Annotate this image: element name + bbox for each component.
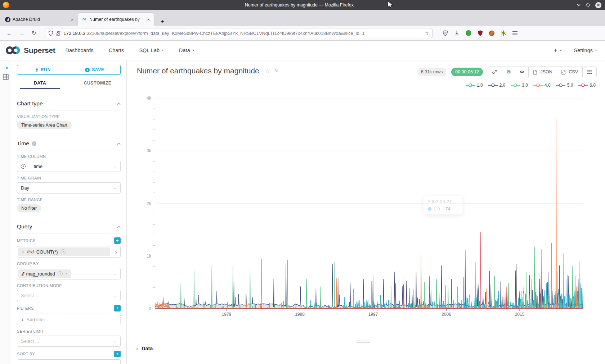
question-circle-icon: ? [58,271,63,276]
window-maximize-icon[interactable] [586,3,590,8]
window-close-icon[interactable]: ✕ [595,2,601,8]
tab-apache-druid[interactable]: d Apache Druid × [1,13,78,26]
nav-item-data[interactable]: Data [179,47,194,53]
code-icon: <> [520,69,524,74]
firefox-icon[interactable] [3,2,9,8]
envelope-icon: ✉ [506,69,511,75]
section-time[interactable]: Time i [17,140,121,150]
chart-actions-group: ✉ <> .JSON .CSV [488,67,597,77]
caret-down-icon [560,50,562,51]
series-limit-select[interactable]: Select ... ⌄ [17,336,121,347]
window-title: Numer of earthquakes by magnitude — Mozi… [245,3,354,8]
menu-icon [587,72,592,72]
contribution-mode-label: CONTRIBUTION MODE [17,283,121,288]
sort-by-select[interactable] [17,359,121,364]
cookie-extension-icon[interactable] [489,31,494,36]
bookmark-star-icon[interactable]: ☆ [425,30,429,36]
question-circle-icon: ? [60,249,66,254]
export-json-button[interactable]: .JSON [529,67,557,77]
new-tab-button[interactable]: + [158,17,167,26]
chevron-down-icon: ⌄ [113,186,117,190]
svg-text:2015: 2015 [515,312,525,317]
settings-menu[interactable]: Settings [574,47,597,53]
sort-by-label: SORT BY + [17,351,121,357]
contribution-mode-select[interactable]: Select ... ⌄ [17,290,121,301]
expand-panel-icon[interactable]: ⇥ [0,65,11,70]
email-button[interactable]: ✉ [502,67,515,77]
view-query-button[interactable]: <> [515,67,529,77]
filters-label: FILTERS + [17,305,121,311]
time-grain-select[interactable]: Day ⌄ [17,182,121,194]
section-chart-type[interactable]: Chart type [17,100,121,110]
expand-caret-icon[interactable]: › [115,249,117,255]
nav-item-charts[interactable]: Charts [109,47,124,53]
add-sort-button[interactable]: + [114,351,121,357]
window-minimize-icon[interactable] [577,4,581,6]
timeseries-area-chart[interactable]: 01k2k3k4k19791988199720062015 [127,83,605,327]
insecure-lock-icon[interactable] [56,31,61,36]
pane-drag-handle[interactable] [357,341,370,344]
url-path: /superset/explore/?form_data_key=KxMeSd8… [99,31,364,36]
viz-type-value[interactable]: Time-series Area Chart [17,121,72,129]
chart-menu-button[interactable] [583,67,596,77]
add-metric-button[interactable]: + [114,237,121,244]
time-column-label: TIME COLUMN [17,154,121,159]
tab-label: Apache Druid [13,17,68,22]
url-text[interactable]: 172.18.0.3:32108/superset/explore/?form_… [64,31,422,36]
firefox-menu-icon[interactable] [512,33,517,33]
data-panel-toggle[interactable]: › Data [136,345,153,351]
datasource-grid-icon[interactable] [0,74,11,81]
link-icon [492,69,497,74]
copy-link-button[interactable] [488,67,502,77]
section-query[interactable]: Query [17,223,121,233]
edit-properties-icon[interactable]: ✎ [274,68,279,74]
export-csv-button[interactable]: .CSV [557,67,583,77]
pocket-shield-icon[interactable] [443,30,448,36]
add-filter-dropzone[interactable]: + Add filter [17,314,121,325]
chart-title: Numer of earthquakes by magnitude [137,67,259,75]
extension-green-icon[interactable] [466,30,471,36]
run-button[interactable]: RUN [17,65,69,75]
time-column-select[interactable]: __time ⌄ [17,161,121,172]
remove-metric-icon[interactable]: × [22,249,24,254]
time-range-value[interactable]: No filter [17,204,41,212]
add-new-button[interactable]: + [554,47,562,54]
series-limit-label: SERIES LIMIT [17,329,121,333]
tab-data[interactable]: DATA [11,78,69,89]
url-bar[interactable]: 172.18.0.3:32108/superset/explore/?form_… [45,28,433,38]
tab-bar: d Apache Druid × ∞ Numer of earthquakes … [0,10,605,26]
window-titlebar: Numer of earthquakes by magnitude — Mozi… [0,0,605,10]
tracking-shield-icon[interactable] [48,31,53,36]
svg-text:2k: 2k [147,201,152,206]
tab-earthquakes-active[interactable]: ∞ Numer of earthquakes by × [78,13,154,26]
function-icon: f [22,271,24,277]
downloads-icon[interactable] [454,30,460,36]
nav-item-sql-lab[interactable]: SQL Lab [139,47,164,53]
chevron-down-icon: ⌄ [113,164,117,169]
druid-favicon-icon: d [5,17,10,22]
back-button[interactable]: ← [3,29,15,38]
groupby-value: mag_rounded [26,271,55,277]
chevron-down-icon: ⌄ [113,293,117,298]
lightning-icon [35,67,39,72]
save-button[interactable]: + SAVE [69,65,121,75]
add-filter-button[interactable]: + [114,305,121,311]
plus-circle-icon: + [85,68,90,72]
groupby-label: GROUP BY [17,261,121,266]
svg-text:4k: 4k [147,96,152,101]
nav-item-dashboards[interactable]: Dashboards [65,47,93,53]
tab-customize[interactable]: CUSTOMIZE [69,78,126,89]
svg-text:2006: 2006 [442,312,451,317]
ublock-shield-icon[interactable] [478,30,483,36]
browser-toolbar: ← → ↻ 172.18.0.3:32108/superset/explore/… [0,26,605,41]
remove-groupby-icon[interactable]: × [65,271,68,276]
colorful-asterisk-icon[interactable] [501,30,506,36]
superset-logo[interactable]: Superset [5,46,55,55]
favorite-star-icon[interactable]: ☆ [265,68,270,74]
tab-close-icon[interactable]: × [146,17,151,22]
forward-button[interactable]: → [15,29,28,38]
reload-button[interactable]: ↻ [28,28,40,38]
groupby-control[interactable]: f mag_rounded ? × ⌄ [17,268,121,279]
tab-close-icon[interactable]: × [70,17,74,22]
metric-control[interactable]: × f(x) COUNT(*) ? › [17,246,121,258]
